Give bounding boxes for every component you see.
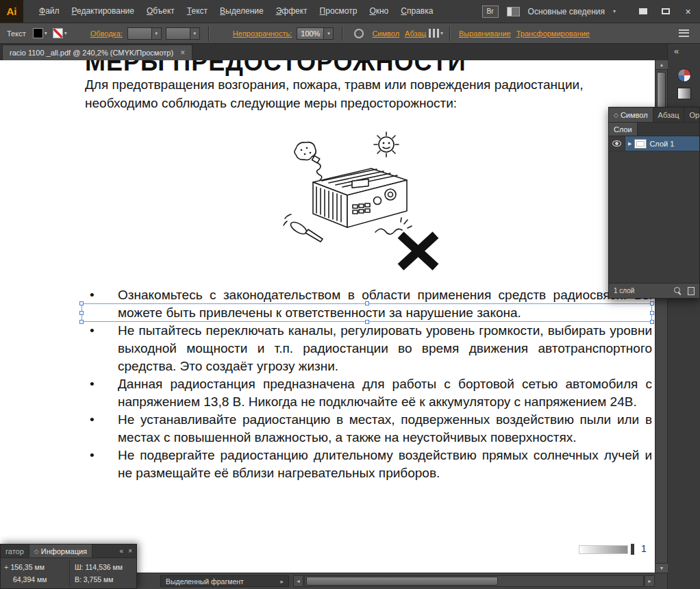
visibility-toggle[interactable] [609, 136, 625, 151]
selection-handle[interactable] [79, 320, 84, 324]
opacity-dropdown-icon[interactable]: ▾ [323, 28, 333, 39]
fill-swatch-icon[interactable] [33, 28, 43, 38]
width-value: 114,536 мм [85, 563, 123, 571]
panel-collapse-icon[interactable]: ◇ [614, 112, 618, 118]
workspace-dropdown-icon[interactable]: ▾ [613, 8, 616, 14]
document-tab-title: racio 1100 _all.pdf @ 240,2% (CMYK/Просм… [10, 49, 173, 57]
bullet-marker: • [85, 411, 118, 447]
paragraph-panel-link[interactable]: Абзац [405, 29, 426, 38]
bullet-text-4[interactable]: Не устанавливайте радиостанцию в местах,… [118, 411, 652, 447]
menu-help[interactable]: Справка [395, 0, 439, 23]
graphic-styles-icon[interactable] [429, 29, 439, 38]
restore-button[interactable] [656, 5, 675, 17]
scroll-left-icon[interactable]: ◂ [293, 575, 303, 587]
panel-minimize-icon[interactable]: « [120, 547, 124, 555]
transform-panel-link[interactable]: Трансформирование [516, 29, 590, 38]
stroke-weight-dropdown-icon[interactable]: ▾ [151, 28, 161, 39]
width-profile-combo[interactable]: ▾ [166, 27, 200, 40]
bullet-text-2[interactable]: Не пытайтесь переключать каналы, регулир… [118, 322, 652, 375]
menu-view[interactable]: Просмотр [314, 0, 364, 23]
tab-layers[interactable]: Слои [609, 123, 638, 136]
menu-edit[interactable]: Редактирование [66, 0, 140, 23]
scroll-down-icon[interactable]: ▼ [655, 563, 668, 573]
scroll-right-icon[interactable]: ▸ [645, 575, 655, 587]
opacity-link[interactable]: Непрозрачность: [233, 29, 292, 38]
locate-object-icon[interactable] [674, 287, 682, 295]
menu-window[interactable]: Окно [363, 0, 395, 23]
bullet-text-3[interactable]: Данная радиостанция предназначена для ра… [118, 375, 652, 411]
tab-opentype[interactable]: Ope [684, 108, 700, 122]
horizontal-scroll-thumb[interactable] [306, 577, 498, 586]
stroke-weight-combo[interactable]: ▾ [127, 27, 162, 40]
selection-handle[interactable] [79, 301, 84, 305]
control-panel-menu-icon[interactable] [679, 29, 689, 37]
bullet-text-5[interactable]: Не подвергайте радиостанцию длительному … [118, 447, 652, 482]
list-item: • Не пытайтесь переключать каналы, регул… [85, 322, 652, 375]
document-canvas[interactable]: МЕРЫ ПРЕДОСТОРОЖНОСТИ Для предотвращения… [0, 60, 655, 573]
workspace-layout-icon[interactable] [507, 7, 520, 16]
tab-character[interactable]: ◇ Символ [609, 108, 653, 122]
menu-bar: Ai Файл Редактирование Объект Текст Выде… [0, 0, 700, 23]
style-target-icon[interactable] [354, 29, 364, 38]
stroke-color-control[interactable]: ▾ [53, 28, 67, 38]
restore-icon [662, 8, 670, 14]
menu-file[interactable]: Файл [33, 0, 66, 23]
y-value: 64,394 мм [13, 575, 47, 584]
expand-layer-icon[interactable]: ▶ [628, 141, 632, 147]
width-readout: Ш: 114,536 мм [75, 563, 123, 571]
panel-collapse-icon[interactable]: ◇ [34, 548, 39, 555]
gradient-panel-icon[interactable] [677, 88, 691, 99]
tab-close-icon[interactable]: × [180, 48, 185, 58]
horizontal-scrollbar[interactable] [304, 575, 644, 587]
status-display[interactable]: Выделенный фрагмент ▸ [160, 575, 289, 587]
selection-handle[interactable] [650, 301, 654, 305]
stroke-dropdown-icon[interactable]: ▾ [64, 30, 67, 36]
stroke-none-swatch-icon[interactable] [53, 28, 63, 38]
stroke-panel-link[interactable]: Обводка: [90, 29, 123, 38]
radio-icon [313, 168, 407, 227]
text-selection-box[interactable] [82, 303, 652, 322]
selection-handle[interactable] [650, 320, 654, 324]
tab-paragraph[interactable]: Абзац [653, 108, 685, 122]
character-panel-link[interactable]: Символ [372, 29, 399, 38]
bullet-marker: • [85, 322, 118, 375]
graphic-styles-dropdown-icon[interactable]: ▾ [440, 30, 443, 36]
layer-name[interactable]: Слой 1 [649, 140, 674, 148]
fill-dropdown-icon[interactable]: ▾ [45, 30, 47, 36]
power-cable-icon [375, 218, 412, 234]
opacity-value: 100% [297, 28, 323, 39]
selection-handle[interactable] [365, 320, 369, 324]
align-panel-link[interactable]: Выравнивание [459, 29, 511, 38]
menu-select[interactable]: Выделение [214, 0, 270, 23]
fill-color-control[interactable]: ▾ [33, 28, 47, 38]
collapse-panels-icon[interactable]: « [674, 46, 679, 56]
bullet-marker: • [85, 375, 118, 411]
width-profile-dropdown-icon[interactable]: ▾ [190, 28, 199, 39]
color-panel-icon[interactable] [677, 68, 691, 82]
workspace-switcher[interactable]: Основные сведения [528, 7, 605, 16]
layer-row[interactable]: ▶ Слой 1 [609, 136, 699, 151]
panel-close-icon[interactable]: × [128, 547, 132, 555]
opacity-combo[interactable]: 100% ▾ [297, 27, 334, 40]
minimize-button[interactable] [634, 5, 652, 17]
tab-navigator-partial[interactable]: гатор [1, 544, 29, 557]
screwdriver-icon [284, 214, 323, 242]
bullet-marker: • [85, 447, 118, 482]
menu-object[interactable]: Объект [140, 0, 181, 23]
stroke-weight-value [128, 28, 151, 39]
new-layer-icon[interactable] [688, 287, 695, 295]
control-bar: Текст ▾ ▾ Обводка: ▾ ▾ Непрозрачность: 1… [0, 23, 700, 44]
selection-handle[interactable] [365, 301, 369, 305]
close-button[interactable]: × [679, 5, 697, 17]
tab-info[interactable]: ◇ Информация [29, 544, 92, 557]
scroll-up-icon[interactable]: ▲ [655, 60, 668, 70]
document-tab[interactable]: racio 1100 _all.pdf @ 240,2% (CMYK/Просм… [2, 45, 192, 60]
selection-handle[interactable] [650, 311, 654, 315]
warning-illustration [275, 124, 451, 275]
menu-type[interactable]: Текст [181, 0, 214, 23]
layer-row-selected[interactable]: ▶ Слой 1 [625, 136, 699, 151]
selection-handle[interactable] [79, 311, 84, 315]
bridge-icon[interactable]: Br [482, 5, 499, 18]
status-menu-icon[interactable]: ▸ [280, 578, 284, 585]
menu-effect[interactable]: Эффект [270, 0, 314, 23]
